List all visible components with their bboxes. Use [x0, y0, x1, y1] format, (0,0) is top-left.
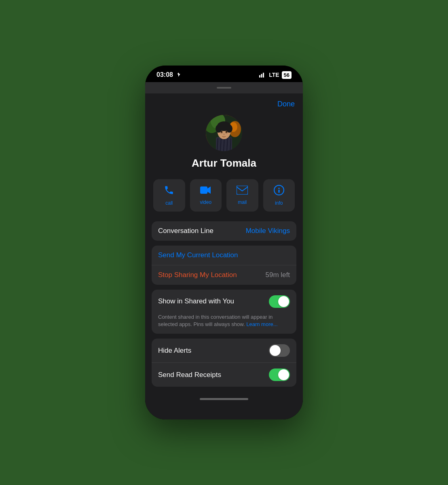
mail-label: mail: [238, 199, 247, 205]
stop-location-label: Stop Sharing My Location: [158, 271, 237, 279]
phone-frame: 03:08 LTE 56 Done: [145, 66, 303, 419]
shared-with-you-card: Show in Shared with You Content shared i…: [152, 290, 296, 334]
info-label: info: [275, 200, 283, 206]
stop-location-row[interactable]: Stop Sharing My Location 59m left: [152, 265, 296, 285]
send-read-receipts-row: Send Read Receipts: [152, 362, 296, 387]
sheet-content: Done: [145, 93, 303, 419]
battery-display: 56: [282, 71, 292, 79]
mail-button[interactable]: mail: [226, 179, 258, 212]
toggle-thumb: [278, 296, 289, 307]
send-read-receipts-label: Send Read Receipts: [158, 371, 221, 379]
contact-name: Artur Tomala: [192, 157, 256, 169]
profile-section: Artur Tomala: [145, 112, 303, 179]
avatar-image: [206, 115, 242, 151]
info-button[interactable]: info: [263, 179, 295, 212]
conversation-line-card: Conversation Line Mobile Vikings: [152, 221, 296, 241]
video-icon: [200, 186, 211, 197]
video-label: video: [200, 199, 211, 205]
send-read-receipts-toggle[interactable]: [269, 369, 290, 381]
svg-point-23: [224, 133, 225, 135]
hide-alerts-toggle[interactable]: [269, 344, 290, 357]
call-icon: [164, 185, 174, 198]
conversation-line-row: Conversation Line Mobile Vikings: [152, 221, 296, 241]
status-time: 03:08: [156, 71, 181, 78]
mail-icon: [237, 186, 248, 197]
svg-rect-28: [278, 190, 279, 193]
svg-point-27: [278, 188, 279, 189]
video-button[interactable]: video: [190, 179, 222, 212]
action-buttons: call video mail: [145, 179, 303, 221]
svg-rect-1: [261, 74, 262, 78]
status-right: LTE 56: [259, 71, 292, 79]
network-type: LTE: [269, 72, 279, 78]
call-button[interactable]: call: [153, 179, 185, 212]
done-button[interactable]: Done: [277, 100, 295, 108]
avatar: [206, 115, 242, 151]
svg-rect-24: [200, 186, 207, 194]
hide-alerts-row: Hide Alerts: [152, 339, 296, 362]
send-location-row[interactable]: Send My Current Location: [152, 246, 296, 265]
call-label: call: [165, 200, 173, 206]
location-card: Send My Current Location Stop Sharing My…: [152, 246, 296, 285]
hide-alerts-thumb: [270, 345, 281, 356]
svg-rect-25: [237, 186, 248, 195]
location-icon: [175, 72, 181, 78]
conversation-line-label: Conversation Line: [158, 227, 213, 235]
time-left: 59m left: [266, 271, 290, 279]
bottom-indicator: [145, 392, 303, 403]
status-bar: 03:08 LTE 56: [145, 66, 303, 82]
svg-rect-0: [259, 75, 260, 78]
sheet-handle-bar: [217, 87, 231, 89]
shared-description: Content shared in this conversation will…: [152, 313, 296, 334]
header-row: Done: [145, 93, 303, 112]
signal-icon: [259, 72, 266, 78]
svg-rect-2: [263, 73, 264, 78]
svg-point-22: [226, 131, 227, 133]
shared-with-you-toggle[interactable]: [269, 295, 290, 308]
svg-point-21: [221, 131, 222, 133]
hide-alerts-label: Hide Alerts: [158, 347, 191, 355]
time-display: 03:08: [156, 71, 173, 78]
shared-with-you-row: Show in Shared with You: [152, 290, 296, 313]
shared-with-you-label: Show in Shared with You: [158, 297, 234, 305]
send-location-label: Send My Current Location: [158, 251, 238, 259]
home-indicator-bar: [200, 398, 248, 400]
sheet-handle: [145, 82, 303, 93]
conversation-line-value: Mobile Vikings: [246, 227, 290, 235]
learn-more-link[interactable]: Learn more...: [246, 321, 277, 327]
alerts-receipts-card: Hide Alerts Send Read Receipts: [152, 339, 296, 387]
send-read-receipts-thumb: [278, 369, 289, 380]
info-icon: [274, 185, 284, 198]
